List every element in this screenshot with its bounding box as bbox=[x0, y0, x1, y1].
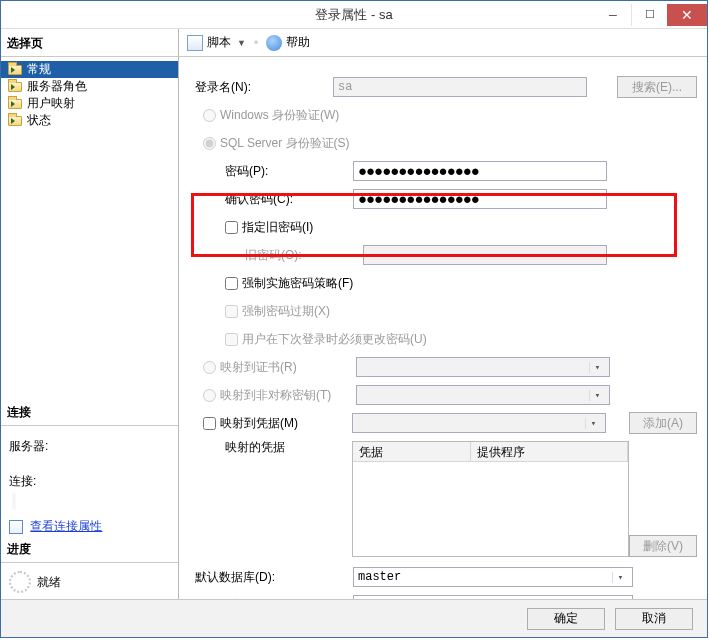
progress-row: 就绪 bbox=[1, 565, 178, 599]
chevron-down-icon: ▼ bbox=[237, 38, 246, 48]
help-label: 帮助 bbox=[286, 34, 310, 51]
ready-label: 就绪 bbox=[37, 574, 61, 591]
left-pane: 选择页 常规 服务器角色 用户映射 状态 bbox=[1, 29, 179, 599]
page-icon bbox=[7, 63, 23, 77]
map-cert-label: 映射到证书(R) bbox=[220, 359, 356, 376]
script-button[interactable]: 脚本 ▼ bbox=[187, 34, 246, 51]
form-area: 登录名(N): 搜索(E)... Windows 身份验证(W) SQL Ser… bbox=[179, 57, 707, 599]
map-asym-radio bbox=[203, 389, 216, 402]
connection-block: 服务器: 连接: 查看连接属性 bbox=[1, 428, 178, 539]
enforce-policy-label: 强制实施密码策略(F) bbox=[242, 275, 353, 292]
nav-server-roles[interactable]: 服务器角色 bbox=[1, 78, 178, 95]
script-label: 脚本 bbox=[207, 34, 231, 51]
map-cred-label: 映射到凭据(M) bbox=[220, 415, 352, 432]
chevron-down-icon: ▾ bbox=[612, 572, 628, 583]
old-password-label: 旧密码(O): bbox=[191, 247, 363, 264]
col-provider: 提供程序 bbox=[471, 442, 628, 461]
blurred-user-icon bbox=[13, 493, 15, 509]
footer: 确定 取消 bbox=[1, 599, 707, 637]
login-name-label: 登录名(N): bbox=[191, 79, 333, 96]
connection-label: 连接: bbox=[9, 469, 170, 494]
help-icon bbox=[266, 35, 282, 51]
server-label: 服务器: bbox=[9, 434, 170, 459]
default-lang-label: 默认语言(G): bbox=[191, 597, 353, 600]
progress-header: 进度 bbox=[1, 539, 178, 563]
body: 选择页 常规 服务器角色 用户映射 状态 bbox=[1, 29, 707, 599]
must-change-label: 用户在下次登录时必须更改密码(U) bbox=[242, 331, 427, 348]
win-auth-label: Windows 身份验证(W) bbox=[220, 107, 339, 124]
table-body bbox=[353, 462, 628, 556]
toolbar: 脚本 ▼ • 帮助 bbox=[179, 29, 707, 57]
win-auth-radio bbox=[203, 109, 216, 122]
select-page-header: 选择页 bbox=[1, 33, 178, 57]
asym-combo: ▾ bbox=[356, 385, 610, 405]
nav-status[interactable]: 状态 bbox=[1, 112, 178, 129]
password-label: 密码(P): bbox=[191, 163, 353, 180]
page-icon bbox=[7, 80, 23, 94]
enforce-expire-checkbox bbox=[225, 305, 238, 318]
titlebar: 登录属性 - sa ─ ☐ ✕ bbox=[1, 1, 707, 29]
default-lang-value: Simplified Chinese bbox=[358, 598, 612, 599]
confirm-password-input[interactable]: ●●●●●●●●●●●●●●● bbox=[353, 189, 607, 209]
sql-auth-radio bbox=[203, 137, 216, 150]
right-pane: 脚本 ▼ • 帮助 登录名(N): 搜索(E)... bbox=[179, 29, 707, 599]
nav-list: 常规 服务器角色 用户映射 状态 bbox=[1, 59, 178, 135]
nav-general[interactable]: 常规 bbox=[1, 61, 178, 78]
enforce-policy-checkbox[interactable] bbox=[225, 277, 238, 290]
specify-old-checkbox[interactable] bbox=[225, 221, 238, 234]
nav-label: 用户映射 bbox=[27, 95, 75, 112]
window-title: 登录属性 - sa bbox=[1, 6, 707, 24]
col-credential: 凭据 bbox=[353, 442, 471, 461]
connection-header: 连接 bbox=[1, 402, 178, 426]
view-connection-properties-link[interactable]: 查看连接属性 bbox=[30, 519, 102, 533]
window-frame: 登录属性 - sa ─ ☐ ✕ 选择页 常规 服务器角色 用户映射 bbox=[0, 0, 708, 638]
ok-button[interactable]: 确定 bbox=[527, 608, 605, 630]
login-name-input bbox=[333, 77, 587, 97]
script-icon bbox=[187, 35, 203, 51]
sql-auth-label: SQL Server 身份验证(S) bbox=[220, 135, 350, 152]
map-asym-label: 映射到非对称密钥(T) bbox=[220, 387, 356, 404]
nav-label: 常规 bbox=[27, 61, 51, 78]
nav-label: 状态 bbox=[27, 112, 51, 129]
must-change-checkbox bbox=[225, 333, 238, 346]
default-db-label: 默认数据库(D): bbox=[191, 569, 353, 586]
enforce-expire-label: 强制密码过期(X) bbox=[242, 303, 330, 320]
nav-label: 服务器角色 bbox=[27, 78, 87, 95]
search-button: 搜索(E)... bbox=[617, 76, 697, 98]
old-password-input bbox=[363, 245, 607, 265]
properties-icon bbox=[9, 520, 23, 534]
cert-combo: ▾ bbox=[356, 357, 610, 377]
cancel-button[interactable]: 取消 bbox=[615, 608, 693, 630]
specify-old-label: 指定旧密码(I) bbox=[242, 219, 313, 236]
page-icon bbox=[7, 114, 23, 128]
confirm-password-label: 确认密码(C): bbox=[191, 191, 353, 208]
credentials-table: 凭据 提供程序 bbox=[352, 441, 629, 557]
default-db-combo[interactable]: master ▾ bbox=[353, 567, 633, 587]
default-lang-combo[interactable]: Simplified Chinese ▾ bbox=[353, 595, 633, 599]
table-header: 凭据 提供程序 bbox=[353, 442, 628, 462]
ready-icon bbox=[9, 571, 31, 593]
map-cred-checkbox[interactable] bbox=[203, 417, 216, 430]
connection-value bbox=[9, 494, 170, 508]
cred-combo: ▾ bbox=[352, 413, 606, 433]
help-button[interactable]: 帮助 bbox=[266, 34, 310, 51]
default-db-value: master bbox=[358, 570, 612, 584]
mapped-cred-label: 映射的凭据 bbox=[191, 439, 352, 456]
remove-button: 删除(V) bbox=[629, 535, 697, 557]
map-cert-radio bbox=[203, 361, 216, 374]
page-icon bbox=[7, 97, 23, 111]
nav-user-mapping[interactable]: 用户映射 bbox=[1, 95, 178, 112]
password-input[interactable]: ●●●●●●●●●●●●●●● bbox=[353, 161, 607, 181]
add-button: 添加(A) bbox=[629, 412, 697, 434]
